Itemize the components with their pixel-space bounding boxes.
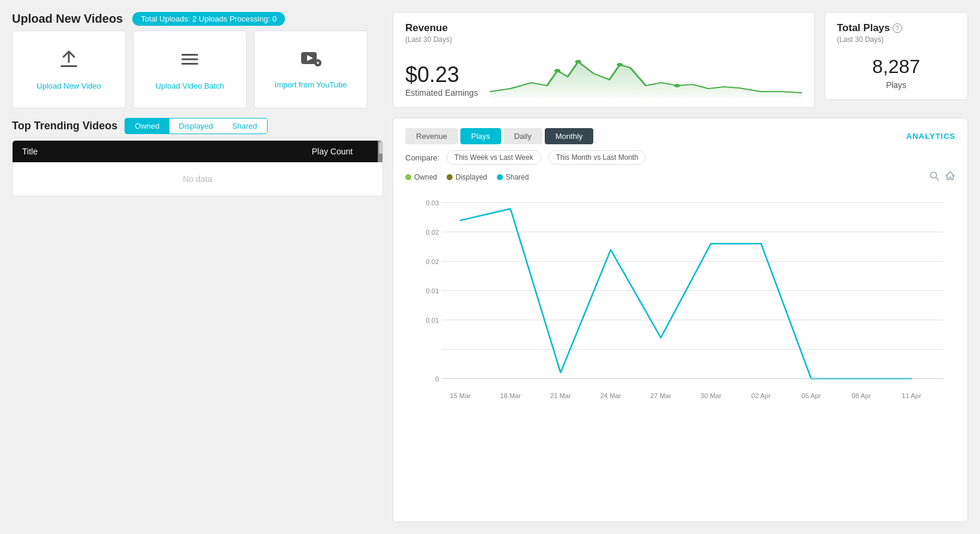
- upload-header: Upload New Videos Total Uploads: 2 Uploa…: [12, 12, 383, 26]
- upload-new-video-card[interactable]: Upload New Video: [12, 31, 126, 108]
- revenue-amount: $0.23: [405, 64, 478, 86]
- analytics-chart: 0.03 0.02 0.02 0.01 0.01 0 15 Mar 18 Mar…: [405, 190, 955, 417]
- chart-actions: [929, 171, 955, 184]
- analytics-link[interactable]: ANALYTICS: [906, 132, 955, 141]
- svg-rect-2: [181, 54, 198, 56]
- youtube-icon: [300, 50, 321, 73]
- revenue-label: Estimated Earnings: [405, 88, 478, 98]
- legend-dot-displayed: [447, 174, 453, 180]
- tab-displayed[interactable]: Displayed: [169, 119, 223, 134]
- table-header-main: Title Play Count: [13, 141, 378, 162]
- total-plays-panel: Total Plays ? (Last 30 Days) 8,287 Plays: [824, 12, 968, 100]
- svg-point-11: [617, 63, 623, 66]
- upload-batch-card[interactable]: Upload Video Batch: [133, 31, 247, 108]
- legend-label-owned: Owned: [414, 173, 437, 181]
- compare-week-btn[interactable]: This Week vs Last Week: [447, 150, 541, 165]
- legend-row: Owned Displayed Shared: [405, 171, 955, 184]
- svg-text:0.02: 0.02: [426, 229, 439, 236]
- home-icon[interactable]: [945, 171, 955, 184]
- svg-rect-0: [60, 65, 77, 67]
- revenue-content: $0.23 Estimated Earnings: [405, 50, 802, 98]
- tab-owned[interactable]: Owned: [125, 119, 169, 134]
- info-icon: ?: [893, 23, 902, 33]
- svg-text:0.03: 0.03: [426, 199, 439, 207]
- import-youtube-label: Import from YouTube: [275, 80, 347, 89]
- compare-row: Compare: This Week vs Last Week This Mon…: [405, 150, 955, 165]
- legend-owned: Owned: [405, 173, 437, 181]
- legend-label-shared: Shared: [506, 173, 529, 181]
- total-plays-subtitle: (Last 30 Days): [837, 35, 955, 44]
- analytics-tab-group: Revenue Plays Daily Monthly: [405, 128, 593, 144]
- svg-rect-4: [181, 63, 198, 65]
- svg-rect-3: [181, 59, 198, 60]
- legend-shared: Shared: [497, 173, 529, 181]
- revenue-sparkline: [490, 50, 802, 98]
- revenue-info: $0.23 Estimated Earnings: [405, 64, 478, 98]
- compare-month-btn[interactable]: This Month vs Last Month: [548, 150, 646, 165]
- legend-dot-owned: [405, 174, 411, 180]
- svg-point-13: [674, 84, 680, 87]
- svg-rect-1: [68, 52, 70, 63]
- total-plays-header: Total Plays ?: [837, 22, 955, 34]
- trending-tab-group: Owned Displayed Shared: [125, 118, 267, 134]
- trending-panel: Top Trending Videos Owned Displayed Shar…: [12, 118, 383, 522]
- zoom-icon[interactable]: [929, 171, 940, 184]
- svg-text:08 Apr: 08 Apr: [852, 392, 872, 399]
- upload-icon: [58, 48, 80, 74]
- revenue-title: Revenue: [405, 22, 802, 34]
- bottom-row: Top Trending Videos Owned Displayed Shar…: [12, 118, 968, 522]
- analytics-top: Revenue Plays Daily Monthly ANALYTICS: [405, 128, 955, 144]
- svg-text:18 Mar: 18 Mar: [500, 392, 521, 399]
- svg-text:15 Mar: 15 Mar: [450, 392, 471, 399]
- table-header-row: Title Play Count: [13, 141, 383, 162]
- tab-daily[interactable]: Daily: [503, 128, 542, 144]
- upload-title: Upload New Videos: [12, 12, 123, 26]
- col-title: Title: [22, 147, 296, 156]
- svg-text:0.01: 0.01: [426, 287, 439, 295]
- svg-point-10: [575, 60, 581, 63]
- plays-count: 8,287: [837, 56, 955, 78]
- trending-title: Top Trending Videos: [12, 120, 117, 132]
- upload-new-label: Upload New Video: [37, 81, 101, 90]
- tab-plays[interactable]: Plays: [460, 128, 501, 144]
- svg-text:24 Mar: 24 Mar: [600, 392, 621, 399]
- svg-text:05 Apr: 05 Apr: [802, 392, 821, 399]
- tab-revenue[interactable]: Revenue: [405, 128, 458, 144]
- svg-line-15: [936, 178, 939, 181]
- svg-text:0.01: 0.01: [426, 317, 439, 324]
- upload-badge: Total Uploads: 2 Uploads Processing: 0: [132, 12, 285, 26]
- legend-dot-shared: [497, 174, 503, 180]
- svg-text:0: 0: [435, 375, 439, 383]
- legend-label-displayed: Displayed: [456, 173, 487, 181]
- list-icon: [179, 48, 201, 74]
- top-row: Upload New Videos Total Uploads: 2 Uploa…: [12, 12, 968, 108]
- svg-text:27 Mar: 27 Mar: [650, 392, 671, 399]
- tab-monthly[interactable]: Monthly: [545, 128, 594, 144]
- trending-header: Top Trending Videos Owned Displayed Shar…: [12, 118, 383, 134]
- upload-cards: Upload New Video Upload Video Batch: [12, 31, 383, 108]
- svg-point-12: [554, 69, 560, 72]
- page-container: Upload New Videos Total Uploads: 2 Uploa…: [0, 0, 980, 534]
- compare-label: Compare:: [405, 153, 439, 162]
- trending-table: Title Play Count No data: [12, 140, 383, 196]
- revenue-panel: Revenue (Last 30 Days) $0.23 Estimated E…: [393, 12, 815, 108]
- svg-text:30 Mar: 30 Mar: [700, 392, 721, 399]
- analytics-panel: Revenue Plays Daily Monthly ANALYTICS Co…: [393, 118, 968, 522]
- svg-text:02 Apr: 02 Apr: [751, 392, 771, 399]
- revenue-subtitle: (Last 30 Days): [405, 35, 802, 44]
- tab-shared[interactable]: Shared: [223, 119, 267, 134]
- total-plays-title: Total Plays: [837, 22, 890, 34]
- svg-text:21 Mar: 21 Mar: [550, 392, 571, 399]
- no-data-message: No data: [13, 162, 383, 196]
- svg-text:0.02: 0.02: [426, 258, 439, 265]
- upload-section: Upload New Videos Total Uploads: 2 Uploa…: [12, 12, 383, 108]
- plays-label: Plays: [837, 80, 955, 90]
- legend-displayed: Displayed: [447, 173, 487, 181]
- svg-text:11 Apr: 11 Apr: [902, 392, 921, 399]
- import-youtube-card[interactable]: Import from YouTube: [254, 31, 368, 108]
- upload-batch-label: Upload Video Batch: [156, 81, 224, 90]
- scrollbar-thumb[interactable]: [379, 142, 383, 154]
- col-playcount: Play Count: [296, 147, 368, 156]
